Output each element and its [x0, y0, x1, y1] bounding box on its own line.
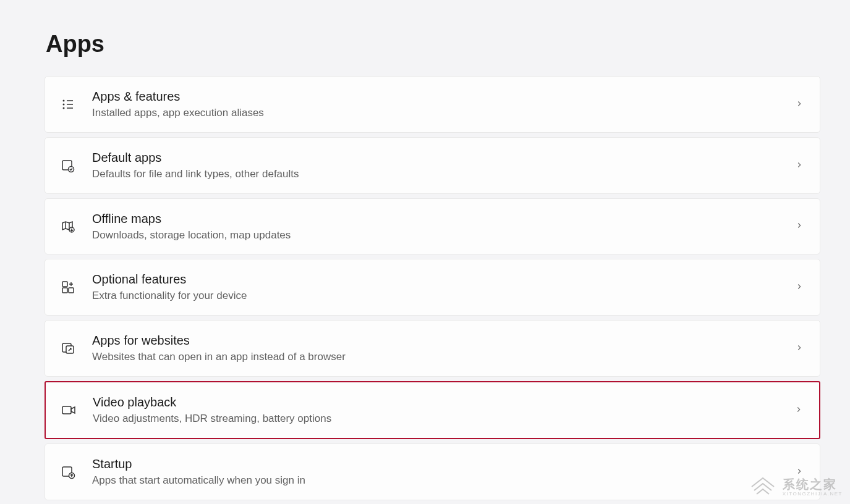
chevron-right-icon [795, 343, 805, 353]
setting-apps-features[interactable]: Apps & features Installed apps, app exec… [45, 76, 820, 133]
svg-point-2 [63, 107, 65, 109]
chevron-right-icon [795, 161, 805, 170]
svg-rect-11 [62, 282, 67, 287]
setting-title: Video playback [93, 394, 794, 410]
setting-video-playback[interactable]: Video playback Video adjustments, HDR st… [45, 381, 820, 439]
setting-default-apps[interactable]: Default apps Defaults for file and link … [45, 137, 820, 194]
watermark: 系统之家 XITONGZHIJIA.NET [748, 474, 843, 500]
page-title: Apps [46, 31, 820, 57]
setting-apps-for-websites[interactable]: Apps for websites Websites that can open… [45, 320, 820, 377]
setting-subtitle: Websites that can open in an app instead… [92, 350, 795, 364]
default-apps-icon [60, 158, 76, 174]
setting-title: Default apps [92, 149, 795, 166]
setting-text: Optional features Extra functionality fo… [92, 271, 795, 303]
setting-text: Video playback Video adjustments, HDR st… [93, 394, 794, 426]
setting-offline-maps[interactable]: Offline maps Downloads, storage location… [45, 198, 820, 255]
setting-startup[interactable]: Startup Apps that start automatically wh… [45, 443, 820, 500]
watermark-text: 系统之家 XITONGZHIJIA.NET [783, 478, 843, 497]
chevron-right-icon [795, 282, 805, 292]
startup-icon [60, 464, 76, 480]
setting-subtitle: Video adjustments, HDR streaming, batter… [93, 411, 794, 426]
setting-title: Apps for websites [92, 332, 795, 348]
apps-features-icon [60, 96, 76, 112]
setting-title: Apps & features [92, 88, 795, 104]
setting-text: Default apps Defaults for file and link … [92, 149, 795, 182]
svg-rect-13 [69, 288, 74, 293]
svg-rect-18 [62, 406, 71, 414]
watermark-house-icon [748, 474, 778, 500]
watermark-main: 系统之家 [783, 478, 843, 490]
video-playback-icon [61, 402, 77, 418]
setting-title: Optional features [92, 271, 795, 287]
setting-subtitle: Installed apps, app execution aliases [92, 106, 795, 120]
chevron-right-icon [795, 221, 805, 231]
offline-maps-icon [60, 218, 76, 234]
setting-text: Offline maps Downloads, storage location… [92, 211, 795, 243]
watermark-sub: XITONGZHIJIA.NET [783, 492, 843, 497]
svg-point-0 [63, 99, 65, 101]
setting-title: Startup [92, 456, 795, 472]
chevron-right-icon [794, 405, 804, 415]
setting-subtitle: Apps that start automatically when you s… [92, 473, 795, 488]
svg-rect-12 [62, 288, 67, 293]
setting-title: Offline maps [92, 211, 795, 227]
chevron-right-icon [795, 99, 805, 109]
setting-text: Apps & features Installed apps, app exec… [92, 88, 795, 120]
setting-subtitle: Defaults for file and link types, other … [92, 167, 795, 182]
setting-text: Apps for websites Websites that can open… [92, 332, 795, 364]
setting-subtitle: Extra functionality for your device [92, 288, 795, 303]
apps-for-websites-icon [60, 340, 76, 356]
svg-point-1 [63, 103, 65, 105]
optional-features-icon [60, 279, 76, 295]
setting-subtitle: Downloads, storage location, map updates [92, 228, 795, 243]
setting-optional-features[interactable]: Optional features Extra functionality fo… [45, 259, 820, 316]
setting-text: Startup Apps that start automatically wh… [92, 456, 795, 488]
settings-list: Apps & features Installed apps, app exec… [45, 76, 820, 500]
